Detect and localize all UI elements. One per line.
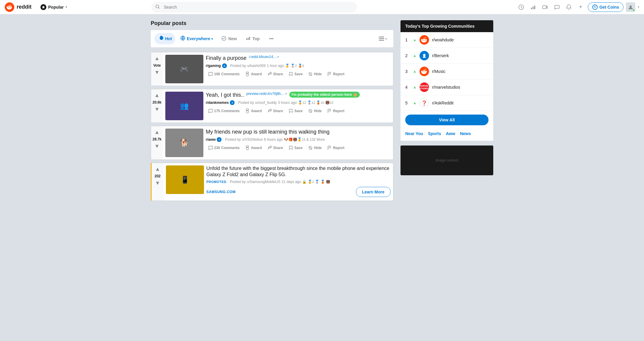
comments-btn-2[interactable]: 175 Comments — [206, 107, 242, 115]
community-item-2[interactable]: 2 ▲ r/Berserk — [400, 48, 493, 64]
subreddit-2[interactable]: r/dankmemes — [206, 101, 229, 105]
save-btn-3[interactable]: Save — [286, 144, 305, 152]
post-title-2: Yeah, I got this.. — [206, 92, 244, 98]
report-btn-2[interactable]: Report — [325, 107, 347, 115]
award-btn-3[interactable]: Award — [243, 144, 264, 152]
svg-point-22 — [423, 54, 425, 56]
post-link-2[interactable]: preview.redd.it/v70j8h... ↗ — [246, 92, 287, 96]
vote-count-2: 20.6k — [153, 100, 161, 104]
community-name-2: r/Berserk — [432, 53, 449, 58]
report-label-3: Report — [333, 146, 345, 150]
notifications-icon-btn[interactable] — [564, 2, 574, 12]
poster-3[interactable]: u/VSGNotice — [242, 137, 263, 142]
subscribe-btn-3[interactable]: + — [217, 137, 222, 142]
poster-2[interactable]: u/ooof_buddy — [255, 101, 277, 105]
share-btn-2[interactable]: Share — [265, 107, 285, 115]
award-btn-1[interactable]: Award — [243, 70, 264, 78]
subscribe-btn-1[interactable]: + — [222, 63, 227, 68]
hide-btn-3[interactable]: Hide — [306, 144, 324, 152]
top-communities-widget: Today's Top Growing Communities 1 ▲ r/wo… — [400, 20, 493, 141]
learn-more-btn-4[interactable]: Learn More — [356, 187, 391, 197]
svg-point-14 — [246, 74, 249, 76]
tab-new[interactable]: New — [218, 33, 241, 44]
comments-btn-3[interactable]: 230 Comments — [206, 144, 242, 152]
top-icon — [245, 36, 251, 42]
stats-icon-btn[interactable] — [528, 2, 538, 12]
view-all-button[interactable]: View All — [405, 115, 489, 125]
post-content-4: Unfold the future with the biggest break… — [206, 163, 393, 201]
tab-top[interactable]: Top — [242, 33, 263, 44]
report-btn-3[interactable]: Report — [325, 144, 347, 152]
user-avatar[interactable] — [626, 2, 635, 12]
downvote-btn-1[interactable]: ▼ — [154, 69, 160, 76]
aww-link[interactable]: Aww — [446, 131, 455, 136]
post-thumbnail-4: 📱 — [166, 165, 204, 194]
subreddit-3[interactable]: r/aww — [206, 137, 216, 142]
popular-label: Popular — [48, 5, 64, 10]
community-item-5[interactable]: 5 ▲ ❓ r/AskReddit — [400, 95, 493, 111]
post-card-3[interactable]: ▲ 28.7k ▼ 🐕 My friends new pup is still … — [151, 126, 393, 160]
post-title-row-1: Finally a purpose i.redd.it/kuev14... ↗ — [206, 55, 391, 62]
post-link-1[interactable]: i.redd.it/kuev14... ↗ — [249, 55, 279, 59]
hide-btn-1[interactable]: Hide — [306, 70, 324, 78]
award-btn-2[interactable]: Award — [243, 107, 264, 115]
hide-btn-2[interactable]: Hide — [306, 107, 324, 115]
save-btn-2[interactable]: Save — [286, 107, 305, 115]
downvote-btn-3[interactable]: ▼ — [154, 143, 160, 150]
advertise-icon-btn[interactable] — [516, 2, 526, 12]
vote-column-3: ▲ 28.7k ▼ — [151, 126, 163, 159]
community-item-1[interactable]: 1 ▲ r/woahdude — [400, 32, 493, 48]
sports-link[interactable]: Sports — [428, 131, 441, 136]
video-icon-btn[interactable] — [540, 2, 550, 12]
near-you-link[interactable]: Near You — [405, 131, 423, 136]
view-toggle-btn[interactable]: ▾ — [376, 35, 390, 43]
upvote-btn-3[interactable]: ▲ — [154, 129, 160, 136]
save-label-1: Save — [294, 72, 303, 76]
save-btn-1[interactable]: Save — [286, 70, 305, 78]
upvote-btn-2[interactable]: ▲ — [154, 92, 160, 99]
tab-hot[interactable]: Hot — [154, 33, 175, 44]
svg-rect-5 — [534, 6, 535, 9]
post-title-1: Finally a purpose — [206, 55, 246, 62]
tab-hot-label: Hot — [165, 36, 172, 41]
get-coins-button[interactable]: © Get Coins — [588, 2, 623, 12]
upvote-btn-1[interactable]: ▲ — [154, 55, 160, 62]
comments-count-2: 175 — [214, 109, 220, 113]
news-link[interactable]: News — [460, 131, 471, 136]
post-card-1[interactable]: ▲ Vote ▼ 🎮 Finally a purpose i.redd.it/k… — [151, 52, 393, 86]
trend-up-icon-1: ▲ — [413, 38, 417, 42]
poster-4[interactable]: u/SamsungMobileUS — [247, 180, 280, 184]
upvote-btn-4[interactable]: ▲ — [154, 165, 161, 173]
svg-point-7 — [630, 5, 632, 7]
vote-column-2: ▲ 20.6k ▼ — [151, 89, 163, 123]
popular-dropdown[interactable]: Popular ▾ — [37, 2, 70, 12]
source-link-4[interactable]: SAMSUNG.COM — [206, 190, 235, 194]
subscribe-btn-2[interactable]: + — [230, 100, 235, 105]
tab-everywhere[interactable]: Everywhere ▾ — [177, 33, 216, 44]
search-input[interactable] — [152, 2, 357, 12]
downvote-btn-2[interactable]: ▼ — [154, 106, 160, 113]
subreddit-1[interactable]: r/gaming — [206, 64, 221, 68]
share-btn-3[interactable]: Share — [265, 144, 285, 152]
community-item-3[interactable]: 3 ▲ r/Music — [400, 64, 493, 79]
header: reddit Popular ▾ — [0, 0, 644, 14]
share-btn-1[interactable]: Share — [265, 70, 285, 78]
comments-btn-1[interactable]: 108 Comments — [206, 70, 242, 78]
rank-5: 5 — [405, 101, 410, 105]
rank-2: 2 — [405, 53, 410, 58]
add-post-icon-btn[interactable]: + — [576, 2, 585, 12]
logo-area[interactable]: reddit — [5, 2, 32, 12]
post-title-row-3: My friends new pup is still learning thi… — [206, 129, 391, 135]
post-sub-info-2: r/dankmemes + · Posted by u/ooof_buddy 3… — [206, 100, 391, 105]
post-card-2[interactable]: ▲ 20.6k ▼ 👥 Yeah, I got this.. preview.r… — [151, 89, 393, 123]
community-item-4[interactable]: 4 ▲ MARVELSTUDIOS r/marvelstudios — [400, 79, 493, 95]
widget-header: Today's Top Growing Communities — [400, 20, 493, 32]
tab-more[interactable]: ••• — [266, 34, 277, 43]
post-card-4-promoted[interactable]: ▲ 202 ▼ 📱 Unfold the future with the big… — [151, 163, 393, 201]
downvote-btn-4[interactable]: ▼ — [154, 179, 161, 187]
time-1: 1 hour ago — [267, 64, 284, 68]
report-btn-1[interactable]: Report — [325, 70, 347, 78]
poster-1[interactable]: u/kashir009 — [247, 64, 266, 68]
awards-3: 🐶🎁🐻🏅15 & 132 More — [284, 137, 325, 142]
chat-icon-btn[interactable] — [552, 2, 562, 12]
